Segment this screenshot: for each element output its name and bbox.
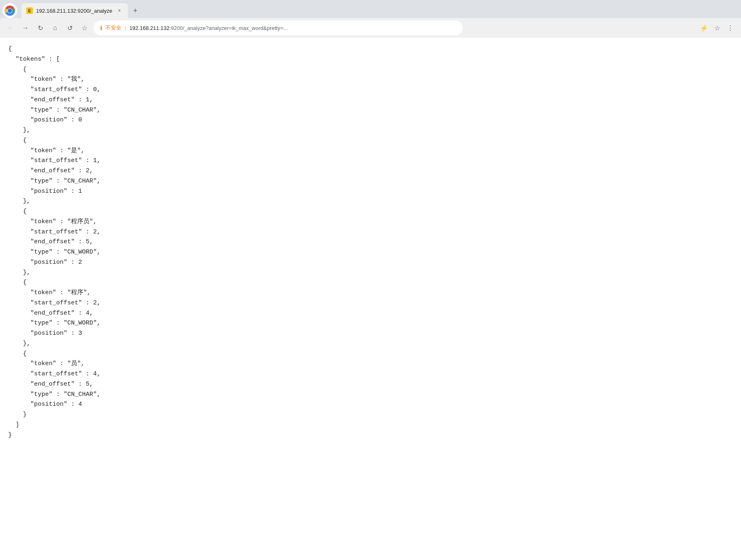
tab-bar: E 192.168.211.132:9200/_analyze × +: [0, 0, 741, 18]
svg-point-3: [8, 9, 12, 13]
json-line: "token" : "程序",: [8, 288, 733, 298]
address-separator: |: [125, 25, 126, 31]
insecure-icon: ℹ: [100, 25, 102, 31]
browser-logo: [0, 1, 20, 21]
json-line: "position" : 2: [8, 258, 733, 268]
json-line: {: [8, 136, 733, 146]
json-line: "position" : 1: [8, 187, 733, 197]
star-button[interactable]: ☆: [711, 22, 723, 34]
json-line: {: [8, 278, 733, 288]
tab-favicon: E: [26, 7, 33, 14]
json-line: "type" : "CN_WORD",: [8, 247, 733, 258]
address-bar[interactable]: ℹ 不安全 | 192.168.211.132:9200/_analyze?an…: [94, 21, 463, 35]
json-line: "type" : "CN_CHAR",: [8, 105, 733, 116]
address-bar-row: ← → ↻ ⌂ ↺ ☆ ℹ 不安全 | 192.168.211.132:9200…: [0, 18, 741, 38]
json-line: },: [8, 339, 733, 349]
svg-text:E: E: [28, 9, 31, 13]
json-line: }: [8, 430, 733, 441]
browser-window: E 192.168.211.132:9200/_analyze × + ← → …: [0, 0, 741, 38]
json-line: },: [8, 197, 733, 207]
refresh-button[interactable]: ↻: [34, 22, 46, 34]
json-line: "start_offset" : 2,: [8, 227, 733, 238]
home-button[interactable]: ⌂: [49, 22, 61, 34]
url-path: :9200/_analyze?analyzer=ik_max_word&pret…: [169, 25, 288, 31]
insecure-label: 不安全: [105, 24, 121, 32]
menu-button[interactable]: ⋮: [725, 22, 736, 34]
json-line: "end_offset" : 4,: [8, 309, 733, 319]
json-line: "start_offset" : 1,: [8, 156, 733, 166]
json-line: "type" : "CN_CHAR",: [8, 390, 733, 400]
json-line: "type" : "CN_WORD",: [8, 318, 733, 329]
json-line: "start_offset" : 4,: [8, 369, 733, 379]
toolbar-right: ⚡ ☆ ⋮: [698, 22, 736, 34]
json-line: },: [8, 268, 733, 278]
json-line: {: [8, 349, 733, 359]
address-url: 192.168.211.132:9200/_analyze?analyzer=i…: [129, 25, 288, 31]
json-line: "position" : 4: [8, 400, 733, 410]
json-line: {: [8, 44, 733, 55]
history-button[interactable]: ↺: [64, 22, 75, 34]
json-line: "token" : "是",: [8, 146, 733, 156]
bookmark-button[interactable]: ☆: [79, 22, 90, 34]
content-area: { "tokens" : [ { "token" : "我", "start_o…: [0, 38, 741, 560]
tab-title: 192.168.211.132:9200/_analyze: [36, 8, 112, 14]
json-line: },: [8, 126, 733, 136]
json-line: "end_offset" : 2,: [8, 166, 733, 176]
active-tab[interactable]: E 192.168.211.132:9200/_analyze ×: [21, 3, 128, 18]
json-line: "type" : "CN_CHAR",: [8, 176, 733, 187]
json-line: "end_offset" : 1,: [8, 95, 733, 105]
json-line: "start_offset" : 0,: [8, 85, 733, 95]
new-tab-button[interactable]: +: [130, 5, 141, 16]
json-line: {: [8, 207, 733, 217]
json-line: {: [8, 65, 733, 75]
json-line: "end_offset" : 5,: [8, 379, 733, 390]
json-line: "tokens" : [: [8, 55, 733, 65]
tab-close-button[interactable]: ×: [116, 7, 123, 14]
json-line: "end_offset" : 5,: [8, 237, 733, 247]
json-line: "token" : "我",: [8, 75, 733, 85]
json-line: }: [8, 410, 733, 420]
lightning-button[interactable]: ⚡: [698, 22, 710, 34]
json-line: "token" : "员",: [8, 359, 733, 369]
json-line: "position" : 3: [8, 329, 733, 339]
forward-button[interactable]: →: [20, 22, 31, 34]
json-line: "position" : 0: [8, 115, 733, 126]
url-host: 192.168.211.132: [129, 25, 169, 31]
json-line: "token" : "程序员",: [8, 217, 733, 227]
back-button[interactable]: ←: [5, 22, 16, 34]
json-line: ]: [8, 420, 733, 430]
json-line: "start_offset" : 2,: [8, 298, 733, 309]
